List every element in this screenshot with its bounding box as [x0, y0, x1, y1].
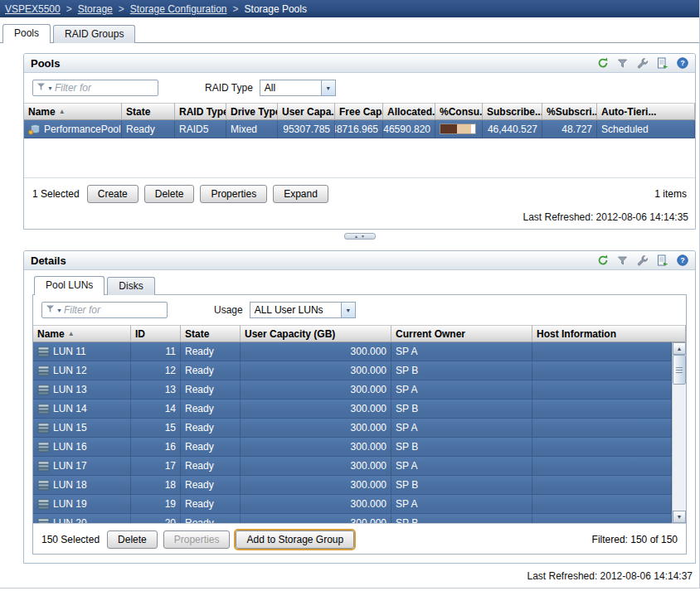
- breadcrumb-separator: >: [119, 3, 124, 15]
- lun-row-lun-13[interactable]: LUN 1313Ready300.000SP A: [33, 380, 672, 400]
- usage-value: ALL User LUNs: [250, 303, 341, 317]
- luns-actions: 150 Selected DeletePropertiesAdd to Stor…: [33, 524, 686, 554]
- pools-column-subscribe[interactable]: Subscribe...: [483, 103, 542, 120]
- pools-column-state[interactable]: State: [122, 103, 175, 120]
- breadcrumb-storage[interactable]: Storage: [78, 3, 113, 15]
- pools-column-consu[interactable]: %Consu...: [435, 103, 483, 120]
- luns-column-state[interactable]: State: [181, 325, 241, 342]
- report-icon[interactable]: [656, 254, 668, 267]
- cell-host: [532, 342, 672, 361]
- luns-filter[interactable]: ▼: [41, 302, 168, 318]
- sort-ascending-icon: ▲: [59, 108, 66, 115]
- cell-owner: SP A: [391, 342, 532, 361]
- tab-raid-groups[interactable]: RAID Groups: [53, 25, 135, 43]
- cell-capacity: 300.000: [241, 400, 391, 418]
- luns-filter-input[interactable]: [64, 304, 163, 316]
- sort-ascending-icon: ▲: [68, 330, 75, 337]
- lun-row-lun-11[interactable]: LUN 1111Ready300.000SP A: [33, 342, 672, 361]
- splitter-handle[interactable]: ▲▼: [344, 233, 376, 240]
- lun-row-lun-14[interactable]: LUN 1414Ready300.000SP B: [33, 400, 672, 419]
- cell-owner: SP B: [391, 361, 532, 380]
- tab-pools[interactable]: Pools: [2, 24, 51, 43]
- cell: 46,440.527: [483, 120, 542, 138]
- filter-icon[interactable]: [616, 254, 629, 267]
- details-panel-header: Details ?: [24, 251, 695, 270]
- pools-toolbar: ▼ RAID Type All ▼: [24, 73, 695, 103]
- cell-host: [532, 457, 672, 475]
- details-last-refreshed: Last Refreshed: 2012-08-06 14:14:37: [0, 570, 693, 582]
- lun-row-lun-18[interactable]: LUN 1818Ready300.000SP B: [33, 476, 672, 495]
- lun-row-lun-20[interactable]: LUN 2020Ready300.000SP B: [33, 514, 672, 523]
- delete-button[interactable]: Delete: [144, 185, 195, 203]
- pools-filter[interactable]: ▼: [32, 80, 158, 96]
- help-icon[interactable]: ?: [676, 254, 688, 267]
- vertical-scrollbar[interactable]: ▲ ▼: [672, 342, 686, 523]
- tab-pool-luns[interactable]: Pool LUNs: [34, 276, 105, 295]
- pool-row-performancepool[interactable]: PerformancePoolReadyRAID5Mixed95307.7854…: [24, 120, 695, 138]
- delete-button[interactable]: Delete: [107, 530, 158, 549]
- add-to-storage-group-button[interactable]: Add to Storage Group: [236, 530, 354, 549]
- refresh-icon[interactable]: [596, 57, 609, 70]
- pools-table-header: Name▲StateRAID TypeDrive TypeUser Capa..…: [24, 103, 695, 120]
- scrollbar-thumb[interactable]: [673, 355, 686, 385]
- lun-icon: [37, 346, 50, 357]
- expand-button[interactable]: Expand: [273, 185, 328, 203]
- cell-owner: SP B: [391, 476, 532, 494]
- lun-row-lun-12[interactable]: LUN 1212Ready300.000SP B: [33, 361, 672, 380]
- cell-capacity: 300.000: [241, 457, 391, 475]
- cell-owner: SP A: [391, 380, 532, 399]
- lun-row-lun-19[interactable]: LUN 1919Ready300.000SP A: [33, 495, 672, 514]
- tab-disks[interactable]: Disks: [107, 277, 154, 295]
- pools-column-free-capa[interactable]: Free Capa...: [335, 103, 383, 120]
- pools-column-subscri[interactable]: %Subscri...: [542, 103, 597, 120]
- raid-type-select[interactable]: All ▼: [260, 80, 336, 96]
- chevron-down-icon[interactable]: ▼: [47, 85, 53, 91]
- cell-id: 20: [131, 514, 181, 523]
- pools-filter-input[interactable]: [55, 82, 154, 94]
- pools-column-drive-type[interactable]: Drive Type: [226, 103, 278, 120]
- cell-name: PerformancePool: [24, 120, 122, 138]
- cell-name: LUN 11: [33, 342, 131, 361]
- properties-button[interactable]: Properties: [200, 185, 267, 203]
- refresh-icon[interactable]: [596, 254, 609, 267]
- chevron-down-icon[interactable]: ▼: [56, 308, 62, 313]
- luns-column-current-owner[interactable]: Current Owner: [391, 325, 532, 342]
- cell-host: [532, 400, 672, 418]
- cell-host: [532, 514, 672, 523]
- cell-capacity: 300.000: [241, 476, 391, 494]
- cell-state: Ready: [181, 457, 241, 475]
- lun-row-lun-16[interactable]: LUN 1616Ready300.000SP B: [33, 438, 672, 457]
- breadcrumb-storage-configuration[interactable]: Storage Configuration: [130, 3, 227, 15]
- pools-column-name[interactable]: Name▲: [24, 103, 122, 120]
- help-icon[interactable]: ?: [676, 57, 688, 70]
- panel-splitter[interactable]: ▲▼: [23, 232, 696, 240]
- lun-row-lun-15[interactable]: LUN 1515Ready300.000SP A: [33, 419, 672, 438]
- tools-icon[interactable]: [636, 254, 649, 267]
- pools-column-raid-type[interactable]: RAID Type: [175, 103, 226, 120]
- scroll-up-button[interactable]: ▲: [673, 342, 686, 355]
- lun-icon: [37, 385, 50, 395]
- filter-icon[interactable]: [616, 57, 629, 70]
- tools-icon[interactable]: [636, 57, 649, 70]
- cell-name: LUN 12: [33, 361, 131, 380]
- usage-select[interactable]: ALL User LUNs ▼: [250, 302, 356, 318]
- pools-column-auto-tieri[interactable]: Auto-Tieri...: [597, 103, 695, 120]
- cell: 95307.785: [278, 120, 335, 138]
- report-icon[interactable]: [656, 57, 668, 70]
- cell-capacity: 300.000: [241, 361, 391, 380]
- breadcrumb-separator: >: [233, 3, 239, 15]
- pools-selected-count: 1 Selected: [32, 188, 80, 200]
- luns-column-name[interactable]: Name▲: [33, 325, 131, 342]
- pools-column-user-capa[interactable]: User Capa...: [278, 103, 335, 120]
- luns-column-host-information[interactable]: Host Information: [532, 325, 686, 342]
- create-button[interactable]: Create: [87, 185, 139, 203]
- pools-actions: 1 Selected CreateDeletePropertiesExpand …: [24, 178, 695, 208]
- luns-selected-count: 150 Selected: [41, 534, 100, 545]
- pools-column-allocated[interactable]: Allocated...: [383, 103, 435, 120]
- breadcrumb-vspex5500[interactable]: VSPEX5500: [5, 3, 61, 15]
- scrollbar-track[interactable]: [673, 385, 686, 511]
- luns-column-id[interactable]: ID: [131, 325, 181, 342]
- luns-column-user-capacity-gb[interactable]: User Capacity (GB): [241, 325, 391, 342]
- scroll-down-button[interactable]: ▼: [673, 511, 686, 523]
- lun-row-lun-17[interactable]: LUN 1717Ready300.000SP A: [33, 457, 672, 476]
